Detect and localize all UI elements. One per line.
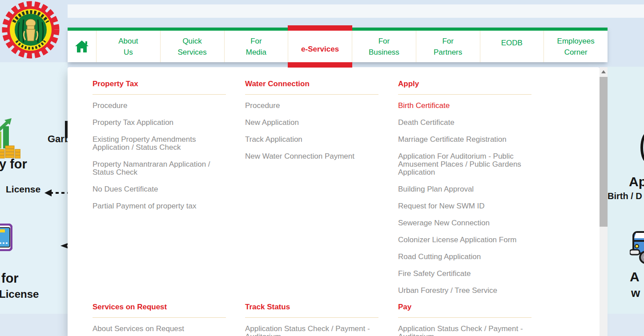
a-label-fragment: A <box>630 269 640 284</box>
section-heading: Property Tax <box>93 80 226 95</box>
dashed-arrow-icon <box>44 188 70 198</box>
menu-item[interactable]: Urban Forestry / Tree Service <box>398 282 531 299</box>
menu-item[interactable]: Partial Payment of property tax <box>93 198 226 215</box>
license-label-fragment: License <box>6 184 40 195</box>
e-services-mega-menu: Property Tax ProcedureProperty Tax Appli… <box>68 67 600 336</box>
menu-item[interactable]: Application Status Check / Payment - Aud… <box>398 320 531 336</box>
tab-for-business[interactable]: For Business <box>352 31 416 62</box>
scrollbar-track[interactable] <box>600 67 608 336</box>
menu-section-water-connection: Water Connection ProcedureNew Applicatio… <box>245 80 378 165</box>
scroll-up-arrow-icon <box>601 70 606 73</box>
w-label-fragment: w <box>631 286 640 300</box>
menu-item[interactable]: Road Cutting Application <box>398 248 531 265</box>
menu-section-track-status: Track Status Application Status Check / … <box>245 303 378 336</box>
scroll-up-button[interactable] <box>600 67 608 76</box>
tab-for-media[interactable]: For Media <box>225 31 289 62</box>
for-label-fragment: for <box>1 271 19 286</box>
garbage-label-fragment: Garb <box>48 133 70 145</box>
menu-section-pay: Pay Application Status Check / Payment -… <box>398 303 531 336</box>
section-heading: Track Status <box>245 303 378 318</box>
menu-section-apply: Apply Birth CertificateDeath Certificate… <box>398 80 531 299</box>
license-label-fragment-2: License <box>0 288 39 300</box>
growth-chart-icon <box>0 118 20 161</box>
menu-item[interactable]: Application For Auditorium - Public Amus… <box>398 148 531 181</box>
tab-quick-services[interactable]: Quick Services <box>161 31 225 62</box>
tab-employees-corner[interactable]: Employees Corner <box>544 31 608 62</box>
menu-item[interactable]: Sewerage New Connection <box>398 215 531 232</box>
tab-eodb[interactable]: EODB <box>480 31 544 62</box>
home-icon <box>75 40 89 53</box>
header-strip <box>68 4 644 18</box>
section-heading: Water Connection <box>245 80 378 95</box>
menu-item[interactable]: Property Tax Application <box>93 114 226 131</box>
menu-item[interactable]: Fire Safety Certificate <box>398 265 531 282</box>
menu-item[interactable]: Birth Certificate <box>398 97 531 114</box>
menu-item[interactable]: Marriage Certificate Registration <box>398 131 531 148</box>
section-heading: Apply <box>398 80 531 95</box>
left-background-strip-bottom <box>0 314 68 336</box>
menu-item[interactable]: New Water Connection Payment <box>245 148 378 165</box>
menu-item[interactable]: No Dues Certificate <box>93 181 226 198</box>
garbage-truck-icon <box>630 229 644 265</box>
menu-item[interactable]: Application Status Check / Payment - Aud… <box>245 320 378 336</box>
apply-label-fragment: Ap <box>629 174 644 189</box>
license-card-icon <box>0 224 12 251</box>
menu-item[interactable]: Property Namantraran Application / Statu… <box>93 156 226 181</box>
tab-home[interactable] <box>68 31 97 62</box>
menu-item[interactable]: About Services on Request <box>93 320 226 336</box>
main-navigation: About Us Quick Services For Media e-Serv… <box>68 28 608 62</box>
menu-section-services-on-request: Services on Request About Services on Re… <box>93 303 226 336</box>
menu-item[interactable]: Procedure <box>93 97 226 114</box>
tab-e-services[interactable]: e-Services <box>288 31 352 62</box>
birth-death-label-fragment: Birth / D <box>608 191 642 201</box>
menu-item[interactable]: Existing Property Amendments Application… <box>93 131 226 156</box>
menu-item[interactable]: Procedure <box>245 97 378 114</box>
section-heading: Pay <box>398 303 531 318</box>
menu-item[interactable]: New Application <box>245 114 378 131</box>
tab-about-us[interactable]: About Us <box>97 31 161 62</box>
menu-section-property-tax: Property Tax ProcedureProperty Tax Appli… <box>93 80 226 215</box>
tab-for-partners[interactable]: For Partners <box>416 31 480 62</box>
section-heading: Services on Request <box>93 303 226 318</box>
apply-for-label-fragment: y for <box>0 157 27 172</box>
menu-item[interactable]: Death Certificate <box>398 114 531 131</box>
right-background-strip-bottom <box>608 314 644 336</box>
mp-government-emblem-logo[interactable] <box>1 0 60 60</box>
nav-tab-row: About Us Quick Services For Media e-Serv… <box>68 31 608 62</box>
menu-item[interactable]: Building Plan Approval <box>398 181 531 198</box>
menu-item[interactable]: Track Application <box>245 131 378 148</box>
menu-item[interactable]: Colonizer License Application Form <box>398 232 531 248</box>
menu-item[interactable]: Request for New SWM ID <box>398 198 531 215</box>
scrollbar-thumb[interactable] <box>600 77 608 227</box>
